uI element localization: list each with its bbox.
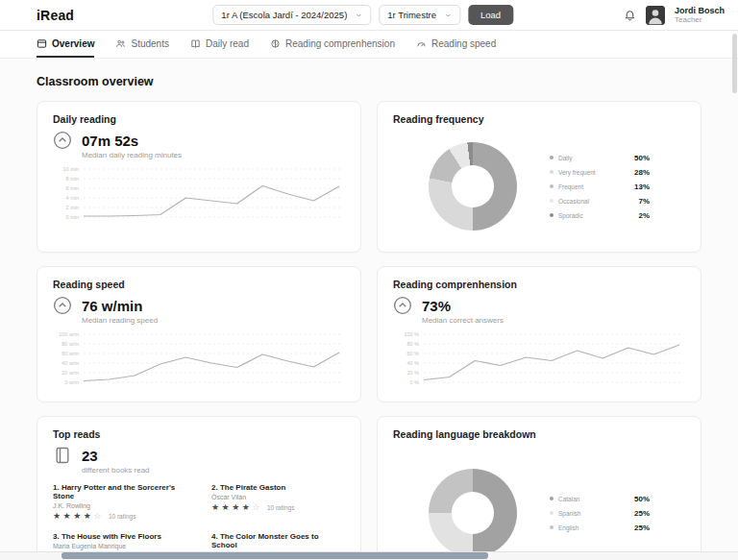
svg-text:4 min: 4 min	[66, 195, 79, 201]
horizontal-scrollbar[interactable]	[62, 552, 488, 559]
tab-overview[interactable]: Overview	[37, 31, 94, 58]
legend-dot	[550, 156, 554, 159]
user-info: Jordi Bosch Teacher	[675, 6, 725, 25]
legend-label: Catalan	[558, 496, 634, 502]
book-title: 1. Harry Potter and the Sorcerer's Stone	[53, 483, 186, 500]
list-item: 1. Harry Potter and the Sorcerer's Stone…	[53, 483, 186, 521]
card-title: Daily reading	[53, 113, 345, 125]
top-bar-user-area: Jordi Bosch Teacher	[624, 6, 725, 25]
user-role: Teacher	[675, 15, 725, 24]
legend-item: Daily50%	[550, 154, 650, 162]
reading-comprehension-stat: 73% Median correct answers	[393, 296, 685, 325]
legend-dot	[550, 170, 554, 174]
star-rating-icons: ★★★★☆	[53, 512, 104, 521]
donut-hole	[452, 492, 494, 534]
chevron-up-circle-icon[interactable]	[53, 131, 72, 150]
top-bar-controls: 1r A (Escola Jardí - 2024/2025) 1r Trime…	[212, 0, 513, 30]
card-title: Reading comprenhension	[393, 279, 685, 290]
legend-item: Occasional7%	[550, 197, 650, 206]
reading-speed-value: 76 w/min	[82, 298, 345, 314]
svg-text:80 w/m: 80 w/m	[62, 341, 79, 347]
legend-item: Sporadic2%	[550, 211, 650, 220]
tab-daily-read[interactable]: Daily read	[190, 31, 249, 58]
tab-bar: Overview Students Daily read Reading com…	[0, 31, 738, 59]
tab-label: Daily read	[206, 38, 249, 49]
tab-label: Students	[131, 38, 168, 49]
tab-reading-comprehension[interactable]: Reading comprenhension	[270, 31, 395, 58]
legend-label: Occasional	[558, 198, 638, 205]
card-reading-frequency: Reading frequency Daily50% Very frequent…	[377, 101, 701, 253]
tab-students[interactable]: Students	[115, 31, 168, 58]
load-button[interactable]: Load	[468, 5, 513, 25]
book-title: 3. The House with Five Floors	[53, 532, 186, 541]
reading-speed-chart: 100 w/m80 w/m60 w/m40 w/m20 w/m0 w/m	[53, 330, 345, 390]
book-author: Maria Eugenia Manrique	[53, 543, 186, 549]
brain-icon	[270, 38, 281, 49]
page-title: Classroom overview	[37, 75, 701, 88]
legend-value: 50%	[634, 154, 650, 162]
app-logo[interactable]: iRead	[37, 8, 74, 23]
svg-text:60 %: 60 %	[406, 351, 419, 356]
star-rating-icons: ★★★★☆	[211, 503, 262, 512]
book-author: J.K. Rowling	[53, 502, 186, 509]
svg-text:60 w/m: 60 w/m	[62, 351, 79, 356]
daily-reading-value: 07m 52s	[82, 133, 345, 149]
language-breakdown-chart-area: Catalan50% Spanish25% English25%	[393, 446, 685, 560]
daily-reading-stat: 07m 52s Median daily reading minutes	[53, 131, 345, 159]
legend-label: Very frequent	[558, 169, 634, 176]
legend-label: Sporadic	[558, 212, 638, 219]
legend-value: 2%	[638, 211, 650, 220]
svg-text:0 min: 0 min	[66, 214, 79, 220]
daily-reading-chart: 10 min8 min6 min4 min2 min0 min	[53, 165, 345, 225]
legend-value: 25%	[634, 509, 650, 518]
students-icon	[115, 38, 126, 49]
svg-text:40 w/m: 40 w/m	[62, 360, 79, 366]
svg-text:0 %: 0 %	[410, 379, 420, 385]
legend-dot	[550, 497, 554, 500]
tab-label: Overview	[52, 38, 94, 49]
user-avatar[interactable]	[646, 6, 665, 25]
legend-label: English	[558, 524, 634, 531]
legend-item: Spanish25%	[550, 509, 650, 518]
svg-text:100 w/m: 100 w/m	[59, 331, 79, 337]
chevron-down-icon	[355, 12, 362, 19]
svg-text:20 %: 20 %	[406, 370, 419, 376]
legend-value: 25%	[634, 523, 650, 532]
chevron-up-circle-icon[interactable]	[53, 296, 72, 315]
reading-comprehension-value: 73%	[422, 298, 685, 314]
top-reads-subtitle: different books read	[82, 466, 345, 475]
main-content: Classroom overview Daily reading 07m 52s…	[0, 59, 738, 560]
legend-value: 7%	[638, 197, 650, 206]
tab-reading-speed[interactable]: Reading speed	[416, 31, 496, 58]
book-author: Òscar Vilán	[211, 494, 345, 500]
chevron-up-circle-icon[interactable]	[393, 296, 412, 315]
card-title: Reading speed	[53, 279, 345, 290]
svg-text:0 w/m: 0 w/m	[64, 379, 79, 385]
term-select[interactable]: 1r Trimestre	[379, 5, 460, 25]
book-title: 2. The Pirate Gaston	[211, 483, 345, 492]
cards-grid: Daily reading 07m 52s Median daily readi…	[37, 101, 701, 560]
top-reads-list: 1. Harry Potter and the Sorcerer's Stone…	[53, 483, 345, 560]
tab-label: Reading comprenhension	[285, 38, 395, 49]
vertical-scrollbar[interactable]	[732, 34, 737, 93]
chevron-down-icon	[444, 12, 452, 19]
svg-text:100 %: 100 %	[404, 331, 419, 337]
card-title: Top reads	[53, 428, 345, 440]
legend-label: Daily	[558, 155, 634, 161]
reading-frequency-chart-area: Daily50% Very frequent28% Frequent13% Oc…	[393, 131, 685, 240]
svg-text:80 %: 80 %	[406, 341, 419, 347]
card-title: Reading frequency	[393, 113, 685, 125]
class-select-value: 1r A (Escola Jardí - 2024/2025)	[221, 10, 347, 20]
legend-value: 50%	[634, 495, 650, 503]
legend-dot	[550, 199, 554, 203]
book-rating: ★★★★☆10 ratings	[53, 512, 186, 521]
ratings-count: 10 ratings	[267, 504, 295, 511]
svg-text:10 min: 10 min	[62, 166, 79, 172]
class-select[interactable]: 1r A (Escola Jardí - 2024/2025)	[212, 5, 371, 25]
legend-item: Very frequent28%	[550, 168, 650, 177]
svg-text:8 min: 8 min	[66, 176, 79, 182]
notifications-bell-icon[interactable]	[624, 9, 636, 21]
book-icon	[190, 38, 201, 49]
top-bar: iRead 1r A (Escola Jardí - 2024/2025) 1r…	[0, 0, 738, 31]
svg-text:2 min: 2 min	[66, 205, 79, 210]
